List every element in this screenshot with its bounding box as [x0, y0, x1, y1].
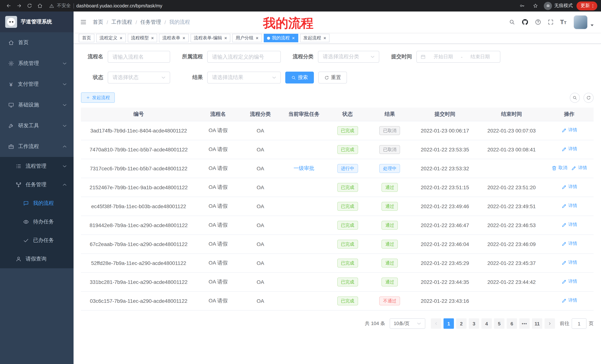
- sidebar-item-my-process[interactable]: 我的流程: [0, 194, 74, 213]
- cell-end-time: 2022-01-22 23:49:51: [478, 197, 545, 216]
- sidebar-item-label: 我的流程: [33, 200, 68, 207]
- kebab-icon: [590, 3, 595, 8]
- detail-action-link[interactable]: 详情: [561, 241, 577, 247]
- sidebar-item-process-management[interactable]: 流程管理: [0, 157, 74, 175]
- submit-time-range-picker[interactable]: 开始日期 - 结束日期: [416, 51, 500, 63]
- address-bar[interactable]: 不安全 dashboard.yudao.iocoder.cn/bpm/task/…: [49, 1, 513, 10]
- browser-update-button[interactable]: 更新: [576, 1, 597, 10]
- category-select[interactable]: 请选择流程分类: [318, 51, 379, 63]
- sidebar-item-infrastructure[interactable]: 基础设施: [0, 95, 74, 115]
- cell-task: [281, 273, 327, 291]
- browser-reload-button[interactable]: [25, 1, 34, 10]
- page-button-5[interactable]: 5: [494, 318, 504, 329]
- status-tag: 进行中: [337, 164, 358, 173]
- cell-status: 已完成: [327, 197, 368, 216]
- page-button-2[interactable]: 2: [456, 318, 467, 329]
- tab-process-definition[interactable]: 流程定义×: [96, 34, 126, 42]
- breadcrumb-item[interactable]: 工作流程: [111, 19, 132, 25]
- sidebar-item-system-management[interactable]: 系统管理: [0, 53, 74, 74]
- app-logo: 芋道管理系统: [0, 11, 74, 32]
- warning-icon: [49, 3, 54, 8]
- tab-close-icon[interactable]: ×: [120, 36, 122, 40]
- detail-action-link[interactable]: 详情: [561, 278, 577, 285]
- process-definition-input[interactable]: [207, 51, 281, 63]
- help-button[interactable]: [535, 19, 541, 25]
- sidebar-item-dev-tools[interactable]: 研发工具: [0, 115, 74, 136]
- browser-home-button[interactable]: [35, 1, 45, 10]
- page-size-select[interactable]: 10条/页: [390, 318, 425, 329]
- prev-page-button[interactable]: [431, 318, 441, 329]
- pagination-more-button[interactable]: •••: [519, 318, 530, 329]
- search-icon: [291, 75, 296, 80]
- cell-name: OA 请假: [196, 254, 240, 273]
- cell-name: OA 请假: [196, 197, 240, 216]
- detail-action-link[interactable]: 详情: [561, 127, 577, 133]
- sidebar-item-leave-query[interactable]: 请假查询: [0, 250, 74, 268]
- sidebar-item-workflow[interactable]: 工作流程: [0, 136, 74, 157]
- tab-home[interactable]: 首页: [79, 34, 94, 42]
- cell-category: OA: [240, 197, 281, 216]
- reset-button[interactable]: 重置: [318, 72, 347, 84]
- sidebar-item-done-task[interactable]: 已办任务: [0, 231, 74, 250]
- user-avatar-menu[interactable]: [573, 15, 595, 29]
- tab-close-icon[interactable]: ×: [224, 36, 227, 40]
- page-button-1[interactable]: 1: [443, 318, 454, 329]
- search-button[interactable]: 搜索: [285, 72, 314, 84]
- status-select[interactable]: 请选择状态: [108, 72, 170, 84]
- sidebar-item-home[interactable]: 首页: [0, 32, 74, 53]
- tab-label: 我的流程: [272, 35, 290, 41]
- fullscreen-button[interactable]: [548, 19, 554, 25]
- sidebar-item-payment-management[interactable]: ¥支付管理: [0, 74, 74, 95]
- page-button-4[interactable]: 4: [481, 318, 492, 329]
- tab-process-form-edit[interactable]: 流程表单-编辑×: [190, 34, 230, 42]
- browser-back-button[interactable]: [4, 1, 13, 10]
- tab-user-group[interactable]: 用户分组×: [232, 34, 262, 42]
- edit-icon: [561, 127, 567, 133]
- tab-my-process[interactable]: 我的流程×: [264, 34, 298, 42]
- tab-close-icon[interactable]: ×: [292, 36, 295, 40]
- page-button-11[interactable]: 11: [532, 318, 542, 329]
- detail-action-link[interactable]: 详情: [561, 222, 577, 228]
- tab-close-icon[interactable]: ×: [151, 36, 154, 40]
- browser-forward-button[interactable]: [14, 1, 24, 10]
- result-tag: 已取消: [380, 126, 400, 135]
- tab-process-model[interactable]: 流程模型×: [128, 34, 157, 42]
- detail-action-link[interactable]: 详情: [561, 297, 577, 304]
- create-process-button[interactable]: 发起流程: [81, 92, 115, 103]
- detail-action-link[interactable]: 详情: [561, 259, 577, 266]
- font-size-button[interactable]: TT: [560, 19, 566, 25]
- page-button-6[interactable]: 6: [507, 318, 517, 329]
- omnibox-divider: [73, 3, 74, 8]
- password-key-button[interactable]: [517, 1, 527, 10]
- tab-close-icon[interactable]: ×: [323, 36, 326, 40]
- detail-action-link[interactable]: 详情: [561, 146, 577, 152]
- sidebar-item-todo-task[interactable]: 待办任务: [0, 213, 74, 231]
- detail-action-link[interactable]: 详情: [561, 184, 577, 190]
- process-name-input[interactable]: [108, 51, 170, 63]
- current-task-link[interactable]: 一级审批: [294, 165, 314, 171]
- incognito-badge[interactable]: 无痕模式: [544, 2, 573, 10]
- tab-process-form[interactable]: 流程表单×: [159, 34, 189, 42]
- column-header-submit_time: 提交时间: [411, 108, 478, 121]
- goto-page-input[interactable]: [572, 318, 587, 329]
- result-select[interactable]: 请选择流结果: [207, 72, 281, 84]
- github-button[interactable]: [521, 19, 529, 26]
- breadcrumb-item[interactable]: 任务管理: [140, 19, 161, 25]
- bookmark-star-button[interactable]: [531, 1, 540, 10]
- cancel-action-link[interactable]: 取消: [551, 165, 567, 171]
- sidebar-item-label: 请假查询: [26, 256, 68, 262]
- tab-close-icon[interactable]: ×: [256, 36, 259, 40]
- toolbar-refresh-button[interactable]: [583, 93, 594, 103]
- page-button-3[interactable]: 3: [469, 318, 479, 329]
- detail-action-link[interactable]: 详情: [571, 165, 587, 171]
- toolbar-search-toggle-button[interactable]: [570, 93, 580, 103]
- cell-result: 已取消: [368, 140, 412, 159]
- detail-action-link[interactable]: 详情: [561, 203, 577, 209]
- tab-start-process[interactable]: 发起流程×: [300, 34, 330, 42]
- breadcrumb-item[interactable]: 首页: [93, 19, 103, 25]
- sidebar-toggle-button[interactable]: [74, 11, 93, 33]
- sidebar-item-task-management[interactable]: 任务管理: [0, 175, 74, 194]
- header-search-button[interactable]: [509, 19, 515, 25]
- tab-close-icon[interactable]: ×: [182, 36, 185, 40]
- next-page-button[interactable]: [545, 318, 555, 329]
